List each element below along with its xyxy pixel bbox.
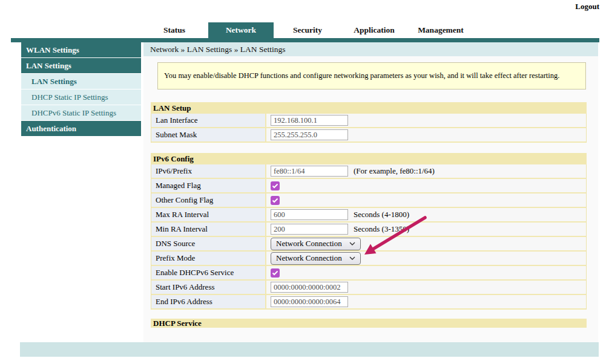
field-value-cell [266, 295, 586, 308]
table-row: Prefix ModeNetwork Connection [151, 252, 586, 266]
footer-bar [20, 342, 599, 357]
end-ipv6-address-input[interactable] [271, 296, 348, 307]
field-value-cell [266, 266, 586, 279]
ipv6-prefix-input[interactable] [271, 166, 348, 177]
enable-dhcpv6-service-checkbox[interactable] [271, 268, 280, 278]
start-ipv6-address-input[interactable] [271, 282, 348, 293]
field-value-cell [266, 193, 586, 207]
table-row: DNS SourceNetwork Connection [151, 237, 586, 252]
table-row: Start IPv6 Address [151, 281, 586, 295]
logout-link[interactable]: Logout [575, 2, 599, 11]
content-panel: Network » LAN Settings » LAN Settings Yo… [143, 42, 598, 342]
select-value: Network Connection [276, 239, 342, 249]
min-ra-interval-input[interactable] [271, 224, 348, 235]
sidebar-item-lan-settings[interactable]: LAN Settings [21, 58, 141, 73]
field-label: Other Config Flag [151, 193, 266, 207]
other-config-flag-checkbox[interactable] [271, 196, 280, 205]
table-row: Enable DHCPv6 Service [151, 266, 586, 281]
chevron-down-icon [349, 242, 355, 245]
chevron-down-icon [349, 256, 355, 260]
settings-form: LAN SetupLan InterfaceSubnet MaskIPv6 Co… [143, 102, 598, 328]
field-value-cell [266, 179, 586, 192]
field-note: Seconds (4-1800) [354, 210, 409, 219]
tab-status[interactable]: Status [142, 22, 207, 38]
section-title-dhcp-service: DHCP Service [151, 319, 587, 328]
field-value-cell: Seconds (3-1350) [266, 223, 586, 236]
field-note: (For example, fe80::1/64) [354, 166, 435, 176]
tab-bar: StatusNetworkSecurityApplicationManageme… [142, 22, 475, 38]
field-label: Max RA Interval [151, 208, 266, 221]
field-label: Min RA Interval [151, 223, 266, 236]
field-value-cell [266, 128, 586, 141]
field-label: Enable DHCPv6 Service [151, 266, 266, 279]
section-title-ipv6-config: IPv6 Config [151, 153, 587, 164]
breadcrumb: Network » LAN Settings » LAN Settings [143, 42, 598, 56]
field-value-cell: (For example, fe80::1/64) [266, 164, 586, 178]
prefix-mode-select[interactable]: Network Connection [271, 252, 361, 265]
table-row: IPv6/Prefix(For example, fe80::1/64) [151, 164, 586, 179]
table-row: Managed Flag [151, 179, 586, 193]
dns-source-select[interactable]: Network Connection [271, 238, 361, 250]
settings-table: IPv6/Prefix(For example, fe80::1/64)Mana… [151, 164, 587, 310]
sidebar-item-lan-settings[interactable]: LAN Settings [21, 74, 141, 89]
field-value-cell: Seconds (4-1800) [266, 208, 586, 221]
field-label: DNS Source [151, 237, 266, 250]
max-ra-interval-input[interactable] [271, 209, 348, 220]
table-row: Lan Interface [151, 114, 586, 128]
notice-box: You may enable/disable DHCP functions an… [157, 62, 586, 89]
section-dhcp-service: DHCP Service [151, 319, 587, 328]
section-title-lan-setup: LAN Setup [151, 102, 587, 114]
field-label: Subnet Mask [151, 128, 266, 141]
section-lan-setup: LAN SetupLan InterfaceSubnet Mask [151, 102, 587, 143]
sidebar-item-authentication[interactable]: Authentication [21, 121, 141, 136]
sidebar-item-wlan-settings[interactable]: WLAN Settings [21, 42, 141, 57]
field-label: Managed Flag [151, 179, 266, 192]
tab-management[interactable]: Management [408, 22, 473, 38]
field-value-cell [266, 281, 586, 294]
tab-application[interactable]: Application [341, 22, 407, 38]
section-ipv6-config: IPv6 ConfigIPv6/Prefix(For example, fe80… [151, 153, 587, 310]
settings-table: Lan InterfaceSubnet Mask [151, 114, 587, 143]
tab-underline-bar [11, 38, 599, 42]
table-row: Other Config Flag [151, 193, 586, 208]
tab-security[interactable]: Security [275, 22, 340, 38]
sidebar-nav: WLAN SettingsLAN SettingsLAN SettingsDHC… [21, 42, 141, 137]
field-value-cell: Network Connection [266, 252, 586, 265]
field-value-cell [266, 114, 586, 127]
table-row: Min RA IntervalSeconds (3-1350) [151, 223, 586, 237]
field-label: IPv6/Prefix [151, 164, 266, 178]
lan-interface-input[interactable] [271, 115, 348, 126]
field-note: Seconds (3-1350) [354, 224, 409, 234]
tab-network[interactable]: Network [208, 22, 274, 38]
field-value-cell: Network Connection [266, 237, 586, 250]
sidebar-item-dhcpv6-static-ip-settings[interactable]: DHCPv6 Static IP Settings [21, 105, 141, 120]
field-label: End IPv6 Address [151, 295, 266, 308]
table-row: End IPv6 Address [151, 295, 586, 310]
subnet-mask-input[interactable] [271, 129, 348, 140]
sidebar-item-dhcp-static-ip-settings[interactable]: DHCP Static IP Settings [21, 89, 141, 105]
router-admin-page: Logout StatusNetworkSecurityApplicationM… [0, 0, 609, 364]
table-row: Max RA IntervalSeconds (4-1800) [151, 208, 586, 223]
select-value: Network Connection [276, 253, 342, 263]
field-label: Start IPv6 Address [151, 281, 266, 294]
managed-flag-checkbox[interactable] [271, 181, 280, 190]
table-row: Subnet Mask [151, 128, 586, 143]
field-label: Prefix Mode [151, 252, 266, 265]
field-label: Lan Interface [151, 114, 266, 127]
